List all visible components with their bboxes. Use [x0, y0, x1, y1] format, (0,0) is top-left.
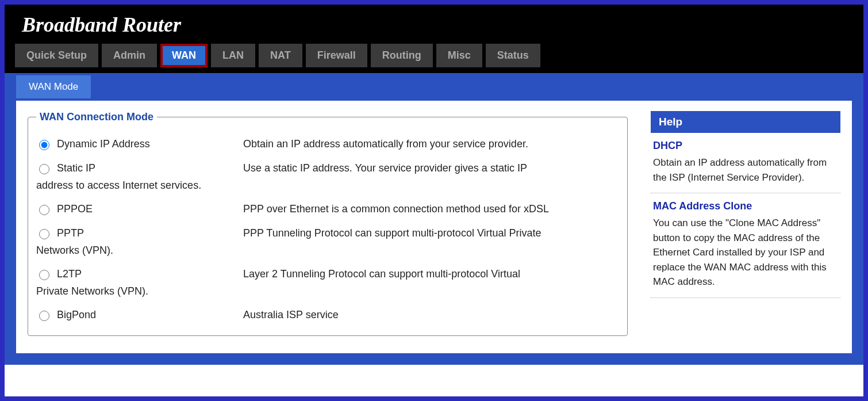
title-bar: Broadband Router	[5, 5, 863, 44]
option-left: BigPond	[36, 309, 243, 321]
option-description: Obtain an IP address automatically from …	[243, 138, 619, 150]
wan-mode-radio-bigpond[interactable]	[39, 311, 49, 321]
option-description-continued: Networks (VPN).	[36, 245, 619, 257]
option-description: PPP over Ethernet is a common connection…	[243, 203, 619, 215]
option-label: PPTP	[57, 227, 84, 239]
nav-tab-lan[interactable]: LAN	[211, 44, 255, 67]
option-description-continued: Private Networks (VPN).	[36, 285, 619, 297]
wan-mode-option-row: Dynamic IP AddressObtain an IP address a…	[36, 135, 619, 153]
option-left: Static IP	[36, 162, 243, 174]
wan-mode-option-row: L2TPLayer 2 Tunneling Protocol can suppo…	[36, 265, 619, 283]
help-block-text: You can use the "Clone MAC Address" butt…	[653, 216, 838, 289]
wan-mode-option-row: Static IPUse a static IP address. Your s…	[36, 159, 619, 177]
main-nav: Quick SetupAdminWANLANNATFirewallRouting…	[5, 44, 863, 73]
nav-tab-quick-setup[interactable]: Quick Setup	[15, 44, 98, 67]
app-title: Broadband Router	[22, 13, 181, 36]
option-label: L2TP	[57, 268, 82, 280]
option-label: Dynamic IP Address	[57, 138, 150, 150]
help-block: MAC Address CloneYou can use the "Clone …	[651, 193, 840, 298]
option-left: PPPOE	[36, 203, 243, 215]
fieldset-legend: WAN Connection Mode	[36, 111, 157, 123]
content-wrapper: WAN Connection Mode Dynamic IP AddressOb…	[5, 101, 863, 365]
wan-connection-mode-fieldset: WAN Connection Mode Dynamic IP AddressOb…	[28, 111, 628, 336]
option-description: Layer 2 Tunneling Protocol can support m…	[243, 268, 619, 280]
nav-tab-routing[interactable]: Routing	[371, 44, 433, 67]
wan-mode-option-row: PPTPPPP Tunneling Protocol can support m…	[36, 224, 619, 242]
nav-tab-wan[interactable]: WAN	[160, 44, 208, 67]
help-block-text: Obtain an IP address automatically from …	[653, 155, 838, 185]
subnav-tab-wan-mode[interactable]: WAN Mode	[16, 75, 91, 98]
wan-mode-option-row: BigPondAustralia ISP service	[36, 305, 619, 324]
help-sidebar: Help DHCPObtain an IP address automatica…	[651, 111, 840, 336]
wan-mode-radio-l2tp[interactable]	[39, 270, 49, 280]
main-column: WAN Connection Mode Dynamic IP AddressOb…	[28, 111, 628, 336]
help-header: Help	[651, 111, 840, 133]
option-description-continued: address to access Internet services.	[36, 180, 619, 192]
option-label: BigPond	[57, 309, 96, 321]
wan-mode-option-row: PPPOEPPP over Ethernet is a common conne…	[36, 200, 619, 218]
nav-tab-misc[interactable]: Misc	[436, 44, 482, 67]
wan-mode-radio-static-ip[interactable]	[39, 164, 49, 174]
option-description: Australia ISP service	[243, 309, 619, 321]
option-left: Dynamic IP Address	[36, 138, 243, 150]
option-description: PPP Tunneling Protocol can support multi…	[243, 227, 619, 239]
header-section: Broadband Router Quick SetupAdminWANLANN…	[5, 5, 863, 73]
subnav-strip: WAN Mode	[5, 73, 863, 101]
help-block: DHCPObtain an IP address automatically f…	[651, 133, 840, 193]
option-description: Use a static IP address. Your service pr…	[243, 162, 619, 174]
option-label: PPPOE	[57, 203, 93, 215]
option-left: PPTP	[36, 227, 243, 239]
nav-tab-admin[interactable]: Admin	[102, 44, 157, 67]
help-block-title: MAC Address Clone	[653, 200, 838, 212]
router-admin-window: Broadband Router Quick SetupAdminWANLANN…	[0, 0, 868, 401]
option-label: Static IP	[57, 162, 95, 174]
nav-tab-firewall[interactable]: Firewall	[306, 44, 367, 67]
content-panel: WAN Connection Mode Dynamic IP AddressOb…	[16, 101, 852, 353]
wan-mode-radio-pppoe[interactable]	[39, 205, 49, 215]
nav-tab-nat[interactable]: NAT	[259, 44, 302, 67]
wan-mode-radio-pptp[interactable]	[39, 229, 49, 239]
help-block-title: DHCP	[653, 140, 838, 152]
option-left: L2TP	[36, 268, 243, 280]
nav-tab-status[interactable]: Status	[486, 44, 540, 67]
wan-mode-radio-dynamic-ip-address[interactable]	[39, 140, 49, 150]
